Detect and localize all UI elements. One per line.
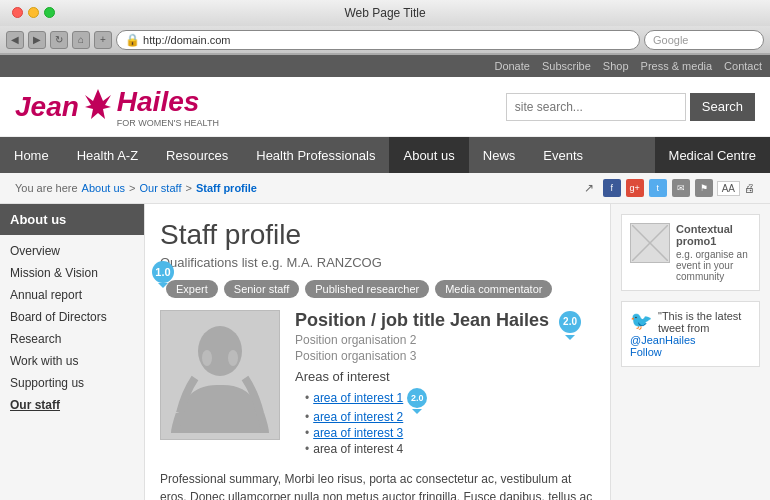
- nav-health-az[interactable]: Health A-Z: [63, 137, 152, 173]
- interest-2-link[interactable]: area of interest 2: [313, 410, 403, 424]
- facebook-icon[interactable]: f: [603, 179, 621, 197]
- areas-title: Areas of interest: [295, 369, 595, 384]
- profile-silhouette: [165, 313, 275, 438]
- back-button[interactable]: ◀: [6, 31, 24, 49]
- interest-1-badge: 2.0: [407, 388, 427, 408]
- profile-photo: [160, 310, 280, 440]
- svg-point-1: [202, 350, 212, 366]
- address-bar[interactable]: 🔒 http://domain.com: [116, 30, 640, 50]
- main-content-area: Staff profile Qualifications list e.g. M…: [145, 204, 610, 500]
- logo-hailes: Hailes: [117, 86, 200, 117]
- right-sidebar: Contextual promo1 e.g. organise an event…: [610, 204, 770, 500]
- bookmark-share-icon[interactable]: ⚑: [695, 179, 713, 197]
- minimize-button[interactable]: [28, 7, 39, 18]
- left-sidebar: About us Overview Mission & Vision Annua…: [0, 204, 145, 500]
- area-of-interest-1: area of interest 1 2.0: [305, 388, 595, 408]
- sidebar-item-annual-report[interactable]: Annual report: [0, 284, 144, 306]
- profile-org-3: Position organisation 3: [295, 349, 595, 363]
- area-of-interest-3: area of interest 3: [305, 426, 595, 440]
- counter-1-badge: 1.0: [152, 261, 174, 283]
- nav-medical-centre[interactable]: Medical Centre: [655, 137, 770, 173]
- twitter-icon[interactable]: t: [649, 179, 667, 197]
- shop-link[interactable]: Shop: [603, 60, 629, 72]
- twitter-bird-icon: 🐦: [630, 310, 652, 332]
- counter-2-container: 2.0: [559, 311, 581, 333]
- page-title: Staff profile: [160, 219, 595, 251]
- close-button[interactable]: [12, 7, 23, 18]
- logo-jean: Jean: [15, 91, 79, 123]
- search-placeholder: Google: [653, 34, 688, 46]
- nav-news[interactable]: News: [469, 137, 530, 173]
- promo-description: e.g. organise an event in your community: [676, 249, 751, 282]
- site-search-button[interactable]: Search: [690, 93, 755, 121]
- badge-published-researcher[interactable]: Published researcher: [305, 280, 429, 298]
- areas-list: area of interest 1 2.0 area of interest …: [295, 388, 595, 456]
- tweet-text: "This is the latest tweet from: [658, 310, 741, 334]
- badge-media-commentator[interactable]: Media commentator: [435, 280, 552, 298]
- url-text: http://domain.com: [143, 34, 230, 46]
- nav-about-us[interactable]: About us: [389, 137, 468, 173]
- follow-link[interactable]: Follow: [630, 346, 662, 358]
- subscribe-link[interactable]: Subscribe: [542, 60, 591, 72]
- promo-placeholder-icon: [632, 225, 668, 261]
- breadcrumb-staff-profile[interactable]: Staff profile: [196, 182, 257, 194]
- logo-subtitle: FOR WOMEN'S HEALTH: [117, 118, 219, 128]
- maximize-button[interactable]: [44, 7, 55, 18]
- bookmark-button[interactable]: +: [94, 31, 112, 49]
- nav-resources[interactable]: Resources: [152, 137, 242, 173]
- badge-row: 1.0 Expert Senior staff Published resear…: [160, 280, 595, 298]
- share-icon[interactable]: ↗: [580, 179, 598, 197]
- badge-senior-staff[interactable]: Senior staff: [224, 280, 299, 298]
- qualifications-text: Qualifications list e.g. M.A. RANZCOG: [160, 255, 595, 270]
- interest-3-link[interactable]: area of interest 3: [313, 426, 403, 440]
- browser-search-bar[interactable]: Google: [644, 30, 764, 50]
- summary-text: Professional summary, Morbi leo risus, p…: [160, 470, 595, 500]
- breadcrumb-about-us[interactable]: About us: [82, 182, 125, 194]
- area-of-interest-2: area of interest 2: [305, 410, 595, 424]
- breadcrumb-our-staff[interactable]: Our staff: [139, 182, 181, 194]
- site-search-input[interactable]: [506, 93, 686, 121]
- counter-2-badge: 2.0: [559, 311, 581, 333]
- main-navigation: Home Health A-Z Resources Health Profess…: [0, 137, 770, 173]
- google-plus-icon[interactable]: g+: [626, 179, 644, 197]
- donate-link[interactable]: Donate: [494, 60, 529, 72]
- sidebar-item-our-staff[interactable]: Our staff: [0, 394, 144, 416]
- sidebar-item-research[interactable]: Research: [0, 328, 144, 350]
- profile-info: Position / job title Jean Hailes 2.0 Pos…: [295, 310, 595, 458]
- font-size-aa-button[interactable]: AA: [717, 181, 740, 196]
- breadcrumb: You are here About us > Our staff > Staf…: [0, 173, 770, 204]
- profile-section: Position / job title Jean Hailes 2.0 Pos…: [160, 310, 595, 458]
- profile-org-2: Position organisation 2: [295, 333, 595, 347]
- sidebar-item-overview[interactable]: Overview: [0, 240, 144, 262]
- sidebar-item-work[interactable]: Work with us: [0, 350, 144, 372]
- interest-4-text: area of interest 4: [313, 442, 403, 456]
- tweet-box: 🐦 "This is the latest tweet from @JeanHa…: [621, 301, 760, 367]
- area-of-interest-4: area of interest 4: [305, 442, 595, 456]
- promo-image: [630, 223, 670, 263]
- tweet-user-link[interactable]: @JeanHailes: [630, 334, 696, 346]
- promo-box: Contextual promo1 e.g. organise an event…: [621, 214, 760, 291]
- press-media-link[interactable]: Press & media: [641, 60, 713, 72]
- logo-icon: [83, 87, 113, 127]
- sidebar-heading: About us: [0, 204, 144, 235]
- promo-title: Contextual promo1: [676, 223, 733, 247]
- forward-button[interactable]: ▶: [28, 31, 46, 49]
- sidebar-item-board[interactable]: Board of Directors: [0, 306, 144, 328]
- nav-events[interactable]: Events: [529, 137, 597, 173]
- refresh-button[interactable]: ↻: [50, 31, 68, 49]
- svg-point-2: [228, 350, 238, 366]
- site-logo[interactable]: Jean Hailes FOR WOMEN'S HEALTH: [15, 86, 219, 128]
- sidebar-item-mission-vision[interactable]: Mission & Vision: [0, 262, 144, 284]
- print-icon[interactable]: 🖨: [744, 182, 755, 194]
- browser-title: Web Page Title: [344, 6, 425, 20]
- breadcrumb-you-are-here: You are here: [15, 182, 78, 194]
- contact-link[interactable]: Contact: [724, 60, 762, 72]
- email-icon[interactable]: ✉: [672, 179, 690, 197]
- badge-expert[interactable]: Expert: [166, 280, 218, 298]
- sidebar-item-supporting[interactable]: Supporting us: [0, 372, 144, 394]
- interest-1-link[interactable]: area of interest 1: [313, 391, 403, 405]
- nav-home[interactable]: Home: [0, 137, 63, 173]
- home-button[interactable]: ⌂: [72, 31, 90, 49]
- profile-name: Position / job title Jean Hailes: [295, 310, 549, 331]
- nav-health-professionals[interactable]: Health Professionals: [242, 137, 389, 173]
